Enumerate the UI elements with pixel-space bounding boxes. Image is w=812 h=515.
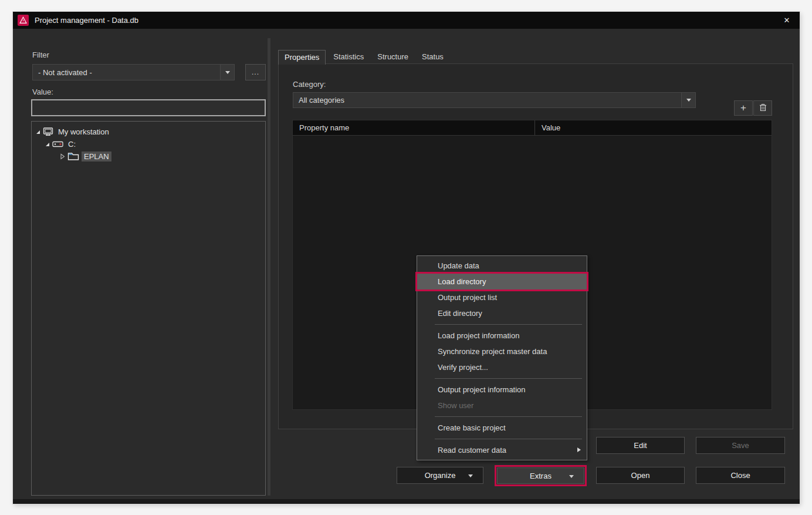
value-input[interactable] xyxy=(31,99,266,116)
tree-item-label: My workstation xyxy=(56,127,111,137)
tab-statistics[interactable]: Statistics xyxy=(327,50,370,64)
open-button[interactable]: Open xyxy=(596,467,685,484)
filter-label: Filter xyxy=(32,51,49,59)
trash-icon xyxy=(759,103,767,113)
close-button[interactable]: Close xyxy=(696,467,785,484)
menu-item-edit-directory[interactable]: Edit directory xyxy=(417,305,587,321)
menu-item-verify-project[interactable]: Verify project... xyxy=(417,359,587,375)
edit-button[interactable]: Edit xyxy=(596,437,685,454)
menu-separator xyxy=(435,439,582,439)
organize-button-label: Organize xyxy=(425,471,456,480)
panel-splitter[interactable] xyxy=(268,38,270,496)
plus-icon: + xyxy=(740,102,746,114)
extras-button[interactable]: Extras xyxy=(497,467,584,484)
filter-dropdown-value: - Not activated - xyxy=(33,68,220,77)
drive-icon xyxy=(52,141,63,147)
menu-item-output-project-list[interactable]: Output project list xyxy=(417,290,587,305)
tab-properties[interactable]: Properties xyxy=(278,50,326,65)
value-label: Value: xyxy=(32,87,53,96)
tab-structure[interactable]: Structure xyxy=(371,50,414,64)
window-close-button[interactable]: ✕ xyxy=(777,12,796,29)
window-bottom-bar xyxy=(13,499,800,504)
menu-item-load-directory[interactable]: Load directory xyxy=(417,274,587,290)
tab-bar: Properties Statistics Structure Status xyxy=(278,49,451,64)
menu-item-label: Read customer data xyxy=(438,446,506,455)
chevron-down-icon[interactable] xyxy=(220,65,234,80)
project-tree: My workstation C: xyxy=(31,121,266,496)
save-button: Save xyxy=(696,437,785,454)
tab-status[interactable]: Status xyxy=(416,50,449,64)
tree-item-c-drive[interactable]: C: xyxy=(32,138,265,150)
titlebar: Project management - Data.db ✕ xyxy=(13,12,800,29)
project-management-window: Project management - Data.db ✕ Filter - … xyxy=(13,12,800,504)
folder-icon xyxy=(67,152,79,161)
chevron-down-icon[interactable] xyxy=(681,93,695,107)
menu-item-output-project-information[interactable]: Output project information xyxy=(417,382,587,398)
menu-separator xyxy=(435,324,582,325)
organize-button[interactable]: Organize xyxy=(397,467,483,484)
add-property-button[interactable]: + xyxy=(734,100,753,116)
window-title: Project management - Data.db xyxy=(35,16,138,25)
menu-item-read-customer-data[interactable]: Read customer data xyxy=(417,442,587,458)
desktop-background: { "window": { "title": "Project manageme… xyxy=(0,0,812,515)
extras-highlight-box: Extras xyxy=(495,465,587,486)
eplan-logo-icon xyxy=(18,15,29,26)
workstation-icon xyxy=(43,127,53,136)
property-table-header: Property name Value xyxy=(293,120,772,136)
filter-dropdown[interactable]: - Not activated - xyxy=(32,64,235,80)
menu-separator xyxy=(435,378,582,379)
delete-property-button[interactable] xyxy=(753,100,772,116)
tree-item-label: EPLAN xyxy=(82,152,111,161)
menu-separator xyxy=(435,416,582,417)
extras-context-menu: Update data Load directory Output projec… xyxy=(417,255,587,460)
menu-item-show-user: Show user xyxy=(417,398,587,413)
tree-item-my-workstation[interactable]: My workstation xyxy=(32,126,265,138)
expander-expanded-icon[interactable] xyxy=(43,141,50,147)
column-header-value[interactable]: Value xyxy=(535,120,772,135)
chevron-down-icon xyxy=(569,475,574,478)
filter-browse-button[interactable]: ... xyxy=(245,64,266,80)
expander-collapsed-icon[interactable] xyxy=(59,153,66,160)
submenu-arrow-icon xyxy=(577,447,581,452)
category-label: Category: xyxy=(293,80,326,89)
tree-item-label: C: xyxy=(66,139,78,149)
menu-item-update-data[interactable]: Update data xyxy=(417,258,587,274)
menu-item-create-basic-project[interactable]: Create basic project xyxy=(417,420,587,436)
menu-item-synchronize-project-master-data[interactable]: Synchronize project master data xyxy=(417,344,587,359)
column-header-property-name[interactable]: Property name xyxy=(293,120,535,135)
tree-item-eplan-folder[interactable]: EPLAN xyxy=(32,150,265,163)
category-dropdown-value: All categories xyxy=(293,96,681,105)
chevron-down-icon xyxy=(468,474,473,477)
extras-button-label: Extras xyxy=(530,472,552,480)
expander-expanded-icon[interactable] xyxy=(34,129,41,135)
category-dropdown[interactable]: All categories xyxy=(293,92,696,108)
menu-item-load-project-information[interactable]: Load project information xyxy=(417,328,587,344)
